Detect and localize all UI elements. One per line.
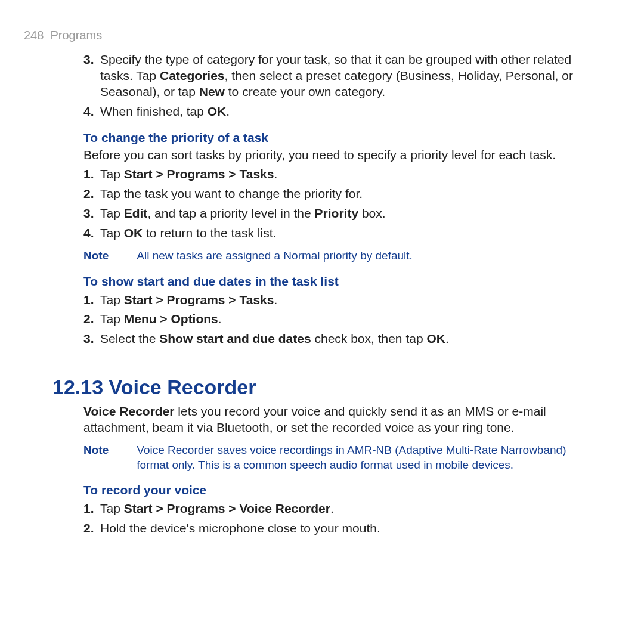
item-number: 3. (83, 52, 94, 68)
top-list-continuation: 3. Specify the type of category for your… (83, 52, 589, 120)
priority-steps: 1. Tap Start > Programs > Tasks. 2. Tap … (83, 166, 589, 242)
list-item: 1. Tap Start > Programs > Voice Recorder… (83, 501, 589, 517)
list-item: 3. Select the Show start and due dates c… (83, 331, 589, 347)
chapter-name: Programs (51, 29, 103, 42)
record-steps: 1. Tap Start > Programs > Voice Recorder… (83, 501, 589, 537)
item-number: 4. (83, 104, 94, 120)
list-item: 1. Tap Start > Programs > Tasks. (83, 292, 589, 308)
list-item: 4. Tap OK to return to the task list. (83, 225, 589, 242)
section-heading-voice-recorder: 12.13 Voice Recorder (52, 376, 589, 399)
subheading-record: To record your voice (83, 483, 589, 497)
note-voice: Note Voice Recorder saves voice recordin… (83, 443, 589, 472)
body-text: Specify the type of category for your ta… (100, 52, 573, 98)
list-item: 3. Specify the type of category for your… (83, 52, 589, 100)
list-item: 2. Hold the device's microphone close to… (83, 521, 589, 537)
note-body: All new tasks are assigned a Normal prio… (137, 249, 586, 264)
note-body: Voice Recorder saves voice recordings in… (137, 443, 586, 472)
list-item: 4. When finished, tap OK. (83, 104, 589, 120)
content-block: 3. Specify the type of category for your… (83, 52, 589, 347)
note-label: Note (83, 443, 134, 458)
note-label: Note (83, 249, 134, 264)
voice-intro: Voice Recorder lets you record your voic… (83, 404, 589, 436)
list-item: 2. Tap the task you want to change the p… (83, 186, 589, 202)
intro-text: Before you can sort tasks by priority, y… (83, 147, 589, 163)
subheading-priority: To change the priority of a task (83, 131, 589, 145)
dates-steps: 1. Tap Start > Programs > Tasks. 2. Tap … (83, 292, 589, 348)
page-number: 248 (24, 29, 44, 42)
manual-page: 248 Programs 3. Specify the type of cate… (0, 0, 644, 564)
running-header: 248 Programs (24, 29, 589, 42)
note-priority: Note All new tasks are assigned a Normal… (83, 249, 589, 264)
list-item: 3. Tap Edit, and tap a priority level in… (83, 206, 589, 222)
list-item: 1. Tap Start > Programs > Tasks. (83, 166, 589, 182)
subheading-dates: To show start and due dates in the task … (83, 274, 589, 289)
voice-block: Voice Recorder lets you record your voic… (83, 404, 589, 537)
list-item: 2. Tap Menu > Options. (83, 311, 589, 327)
body-text: When finished, tap OK. (100, 104, 230, 118)
